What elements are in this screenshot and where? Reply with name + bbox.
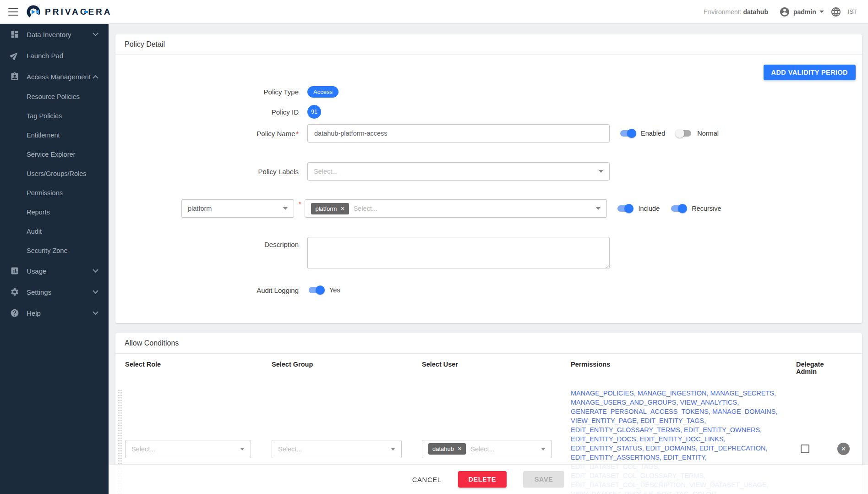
select-caret-icon	[541, 448, 546, 450]
required-asterisk: *	[299, 200, 301, 208]
group-select-placeholder: Select...	[278, 445, 302, 453]
resource-type-select[interactable]: platform	[181, 199, 294, 218]
policy-detail-card: Policy Detail ADD VALIDITY PERIOD Policy…	[115, 34, 862, 323]
sidebar-item-label: Settings	[27, 288, 51, 296]
sidebar-item-data-inventory[interactable]: Data Inventory	[0, 24, 109, 45]
chevron-down-icon	[93, 30, 98, 36]
sidebar-item-settings[interactable]: Settings	[0, 281, 109, 302]
normal-toggle-label: Normal	[697, 130, 719, 137]
sidebar-item-users-groups-roles[interactable]: Users/Groups/Roles	[0, 164, 109, 183]
conditions-table-header: Select Role Select Group Select User Per…	[115, 354, 862, 381]
chevron-up-icon	[93, 75, 98, 81]
action-bar: CANCEL DELETE SAVE	[109, 464, 868, 494]
sidebar-item-label: Resource Policies	[27, 93, 80, 100]
sidebar-item-launch-pad[interactable]: Launch Pad	[0, 45, 109, 66]
resource-placeholder: Select...	[354, 205, 377, 212]
policy-labels-select[interactable]: Select...	[307, 162, 610, 181]
main-content: Policy Detail ADD VALIDITY PERIOD Policy…	[109, 24, 868, 494]
chip-close-icon[interactable]: ✕	[458, 446, 462, 452]
policy-labels-label: Policy Labels	[123, 168, 299, 176]
sidebar-item-service-explorer[interactable]: Service Explorer	[0, 145, 109, 164]
sidebar-item-label: Help	[27, 309, 41, 317]
globe-timezone-icon[interactable]	[830, 6, 841, 17]
sidebar-item-access-management[interactable]: Access Management	[0, 66, 109, 87]
select-caret-icon	[240, 448, 245, 450]
sidebar-item-label: Entitlement	[27, 132, 60, 139]
sidebar-item-tag-policies[interactable]: Tag Policies	[0, 106, 109, 126]
include-toggle[interactable]	[616, 204, 633, 213]
recursive-toggle[interactable]	[670, 204, 687, 213]
required-asterisk: *	[296, 130, 299, 137]
sidebar-item-permissions[interactable]: Permissions	[0, 183, 109, 203]
launch-pad-icon	[10, 51, 19, 60]
account-circle-icon	[779, 6, 790, 17]
role-select-placeholder: Select...	[131, 445, 155, 453]
column-select-group: Select Group	[272, 361, 422, 375]
user-select-placeholder: Select...	[470, 445, 494, 453]
sidebar-item-label: Reports	[27, 209, 50, 216]
sidebar-item-label: Access Management	[27, 73, 91, 81]
policy-name-label: Policy Name*	[123, 130, 299, 137]
select-caret-icon	[599, 170, 603, 173]
policy-type-badge: Access	[307, 86, 338, 98]
user-chip: datahub✕	[428, 443, 466, 455]
user-menu[interactable]: padmin	[779, 6, 824, 17]
sidebar-item-label: Tag Policies	[27, 112, 62, 120]
policy-detail-title: Policy Detail	[115, 34, 862, 55]
description-textarea[interactable]	[307, 237, 610, 269]
recursive-toggle-label: Recursive	[692, 205, 721, 212]
grid-icon	[10, 30, 19, 39]
role-select[interactable]: Select...	[125, 440, 251, 458]
bar-chart-icon	[10, 266, 19, 275]
save-button[interactable]: SAVE	[523, 471, 564, 488]
chip-close-icon[interactable]: ✕	[340, 206, 344, 212]
group-select[interactable]: Select...	[272, 440, 402, 458]
policy-id-badge: 91	[307, 105, 321, 119]
delegate-admin-checkbox[interactable]	[801, 445, 809, 453]
enabled-toggle[interactable]	[619, 129, 636, 138]
sidebar-item-label: Data Inventory	[27, 31, 71, 38]
privacera-logo: PRIVACERA	[27, 5, 112, 19]
policy-id-label: Policy ID	[123, 108, 299, 116]
sidebar-item-audit[interactable]: Audit	[0, 222, 109, 241]
enabled-toggle-label: Enabled	[641, 130, 665, 137]
sidebar-item-label: Permissions	[27, 189, 63, 197]
delete-button[interactable]: DELETE	[458, 471, 507, 488]
hamburger-menu-icon[interactable]	[8, 8, 18, 16]
policy-type-label: Policy Type	[123, 88, 299, 96]
brand-wordmark: PRIVACERA	[45, 7, 112, 17]
resource-value-multiselect[interactable]: platform✕ Select...	[305, 199, 607, 218]
include-toggle-label: Include	[638, 205, 660, 212]
cancel-button[interactable]: CANCEL	[412, 476, 442, 483]
column-permissions: Permissions	[571, 361, 796, 375]
sidebar-item-resource-policies[interactable]: Resource Policies	[0, 87, 109, 106]
sidebar-item-help[interactable]: Help	[0, 302, 109, 324]
resource-type-value: platform	[188, 205, 212, 212]
sidebar-item-label: Usage	[27, 267, 46, 275]
timezone-label: IST	[848, 8, 857, 15]
add-validity-period-button[interactable]: ADD VALIDITY PERIOD	[764, 65, 856, 80]
environment-label: Environment:datahub	[704, 8, 768, 16]
audit-logging-value: Yes	[329, 286, 340, 294]
sidebar-item-usage[interactable]: Usage	[0, 260, 109, 281]
remove-row-button[interactable]: ✕	[837, 443, 850, 455]
select-caret-icon	[596, 207, 601, 210]
user-select[interactable]: datahub✕ Select...	[422, 440, 552, 458]
sidebar-item-label: Service Explorer	[27, 151, 75, 158]
policy-name-input[interactable]	[307, 124, 610, 143]
normal-override-toggle[interactable]	[675, 129, 693, 138]
audit-logging-toggle[interactable]	[307, 285, 325, 295]
gear-icon	[10, 287, 19, 296]
description-label: Description	[123, 241, 299, 248]
column-select-role: Select Role	[125, 361, 272, 375]
policy-labels-placeholder: Select...	[314, 168, 338, 175]
privacera-logo-icon	[27, 5, 40, 19]
sidebar-item-security-zone[interactable]: Security Zone	[0, 241, 109, 260]
sidebar-item-entitlement[interactable]: Entitlement	[0, 126, 109, 145]
chevron-down-icon	[93, 288, 98, 294]
resource-chip: platform✕	[311, 203, 349, 214]
sidebar-item-reports[interactable]: Reports	[0, 203, 109, 222]
select-caret-icon	[391, 448, 395, 450]
environment-value: datahub	[743, 8, 768, 16]
chevron-down-icon	[93, 267, 98, 273]
